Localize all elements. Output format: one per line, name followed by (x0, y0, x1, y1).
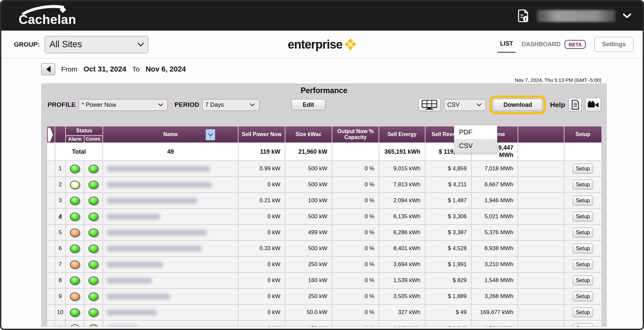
sell-power-now-value: 0 kW (239, 321, 284, 327)
group-label: GROUP: (14, 41, 40, 48)
site-name-blurred[interactable] (107, 310, 157, 315)
row-number[interactable]: 10 (55, 305, 65, 320)
header-alarm[interactable]: Alarm (66, 136, 84, 142)
enterprise-logo-text: enterprise (288, 38, 342, 52)
format-option-csv[interactable]: CSV (454, 139, 497, 153)
sell-power-now-value: 0 kW (239, 209, 284, 224)
row-number[interactable]: 4 (55, 209, 65, 224)
header-sell-energy[interactable]: Sell Energy (379, 126, 424, 142)
row-number[interactable]: 2 (55, 177, 65, 192)
header-expand-arrow[interactable] (47, 126, 55, 142)
sell-energy-value: 1,931 kWh (379, 321, 424, 327)
site-name-blurred[interactable] (107, 230, 207, 236)
help-video-button[interactable] (585, 98, 601, 112)
row-number[interactable]: 3 (55, 193, 65, 208)
period-select[interactable]: 7 Days (202, 99, 259, 111)
site-name-blurred[interactable] (107, 182, 212, 188)
header-output-now[interactable]: Output Now % Capacity (332, 126, 379, 142)
enterprise-diamonds-icon (345, 39, 356, 50)
site-name-blurred[interactable] (107, 294, 170, 299)
document-icon (571, 100, 579, 110)
row-number[interactable]: 1 (55, 161, 65, 176)
sell-power-now-value: 0 kW (239, 273, 284, 288)
sell-revenue-value: $ 1,991 (425, 257, 471, 272)
alarm-status-led (70, 292, 80, 301)
size-kwac-value: 500 kW (285, 161, 332, 176)
setup-button[interactable]: Setup (572, 291, 593, 301)
sell-energy-value: 327 kWh (379, 305, 424, 320)
row-number[interactable]: 5 (55, 225, 65, 240)
header-sell-power-now[interactable]: Sell Power Now (239, 126, 284, 142)
header-status: Status (66, 126, 102, 135)
total-size: 21,960 kW (285, 143, 332, 160)
sell-power-now-value: 0 kW (239, 177, 284, 192)
setup-button[interactable]: Setup (572, 275, 593, 285)
site-name-blurred[interactable] (107, 214, 160, 220)
site-name-blurred[interactable] (107, 198, 197, 204)
lifetime-value: 5,021 MWh (472, 209, 518, 224)
table-row: 8 0 kW 160 kW 0 % 1,539 kWh $ 829 1,548 … (47, 273, 601, 288)
setup-button[interactable]: Setup (572, 212, 593, 222)
comm-status-led (88, 213, 98, 221)
row-number[interactable]: 6 (55, 241, 65, 256)
site-name-blurred[interactable] (107, 166, 210, 172)
lifetime-value: 1,548 MWh (472, 273, 518, 288)
previous-period-button[interactable] (41, 63, 55, 75)
output-now-value: 0 % (332, 321, 379, 327)
alarm-status-led (70, 213, 80, 221)
chevron-down-icon (250, 103, 255, 106)
sell-power-now-value: 0 kW (239, 257, 284, 272)
group-select-value: All Sites (50, 39, 82, 50)
edit-button[interactable]: Edit (291, 99, 325, 110)
site-name-blurred[interactable] (107, 262, 163, 267)
chevron-down-icon (158, 103, 163, 106)
setup-button[interactable]: Setup (572, 228, 593, 238)
header-size-kwac[interactable]: Size kWac (285, 126, 332, 142)
format-option-pdf[interactable]: PDF (454, 125, 497, 139)
site-name-blurred[interactable] (107, 278, 152, 283)
settings-button[interactable]: Settings (594, 37, 633, 52)
row-number[interactable]: 8 (55, 273, 65, 288)
row-number[interactable]: 7 (55, 257, 65, 272)
tab-dashboard[interactable]: DASHBOARD (522, 41, 561, 48)
row-number[interactable]: 11 (55, 321, 65, 327)
name-sort-button[interactable] (206, 129, 215, 140)
size-kwac-value: 50.0 kW (285, 305, 332, 320)
header-comm[interactable]: Comm. (84, 136, 102, 142)
tab-list[interactable]: LIST (500, 40, 513, 49)
lifetime-value: 6,938 MWh (472, 241, 518, 256)
size-kwac-value: 500 kW (285, 241, 332, 256)
output-now-value: 0 % (332, 177, 379, 192)
group-select[interactable]: All Sites (45, 36, 148, 53)
download-button[interactable]: Download (493, 99, 543, 111)
report-info-icon[interactable] (518, 9, 530, 23)
account-chevron-down-icon[interactable] (623, 13, 631, 19)
table-row: 10 0 kW 50.0 kW 0 % 327 kWh $ 49 169,677… (47, 305, 601, 320)
table-view-button[interactable] (418, 98, 441, 111)
setup-button[interactable]: Setup (572, 180, 593, 190)
site-name-blurred[interactable] (107, 326, 138, 327)
setup-button[interactable]: Setup (572, 244, 593, 253)
setup-button[interactable]: Setup (572, 259, 593, 269)
setup-button[interactable]: Setup (572, 164, 593, 174)
enterprise-logo: enterprise (288, 38, 356, 52)
from-date[interactable]: Oct 31, 2024 (83, 65, 126, 74)
sell-energy-value: 9,015 kWh (379, 161, 424, 176)
profile-select[interactable]: * Power Now (79, 99, 168, 111)
row-number[interactable]: 9 (55, 289, 65, 304)
account-name-blurred[interactable] (537, 10, 615, 22)
period-label: PERIOD (174, 101, 199, 108)
output-now-value: 0 % (332, 225, 379, 240)
help-document-button[interactable] (568, 98, 582, 112)
format-select[interactable]: CSV (444, 99, 486, 111)
setup-button[interactable]: Setup (572, 307, 593, 317)
setup-button[interactable]: Setup (572, 323, 593, 327)
to-label: To (132, 65, 139, 73)
download-highlight-ring: Download (489, 95, 546, 114)
setup-button[interactable]: Setup (572, 196, 593, 206)
site-name-blurred[interactable] (107, 246, 202, 251)
alarm-status-led (70, 245, 80, 253)
date-navigation: From Oct 31, 2024 To Nov 6, 2024 (41, 63, 186, 75)
alarm-status-led (70, 260, 80, 269)
to-date[interactable]: Nov 6, 2024 (146, 65, 186, 74)
